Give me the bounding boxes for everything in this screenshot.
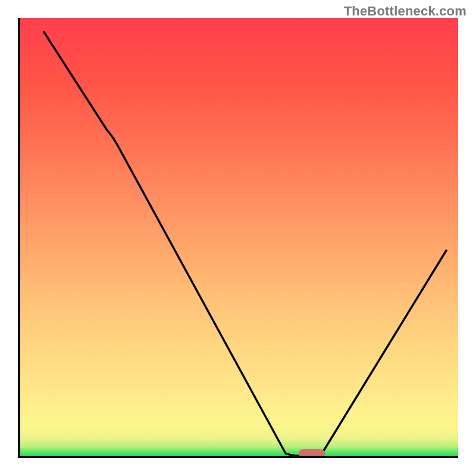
plot-area	[18, 18, 458, 458]
x-axis	[18, 456, 458, 458]
y-axis	[18, 18, 20, 458]
watermark-label: TheBottleneck.com	[344, 4, 466, 19]
bottleneck-curve	[18, 18, 458, 458]
chart-container: TheBottleneck.com	[0, 0, 476, 476]
